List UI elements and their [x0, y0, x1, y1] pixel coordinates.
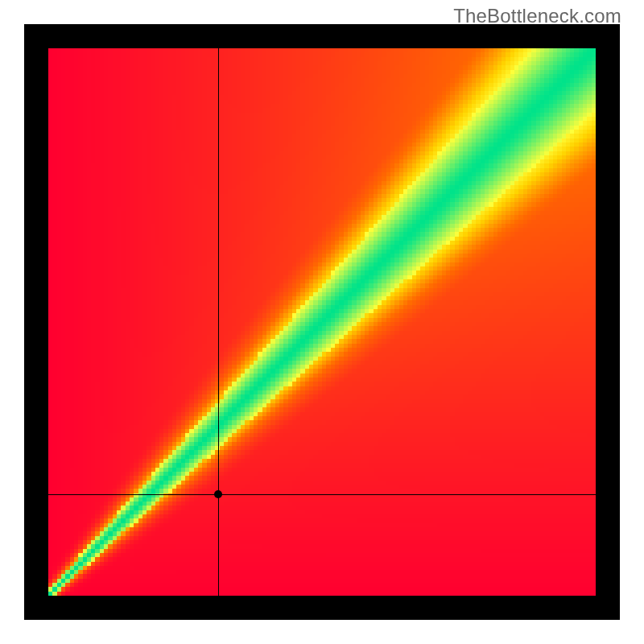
- heatmap-canvas: [48, 48, 596, 596]
- marker-dot: [214, 490, 222, 498]
- crosshair-vertical: [218, 48, 219, 596]
- heatmap-plot: [48, 48, 596, 596]
- crosshair-horizontal: [48, 494, 596, 495]
- chart-stage: TheBottleneck.com: [0, 0, 644, 644]
